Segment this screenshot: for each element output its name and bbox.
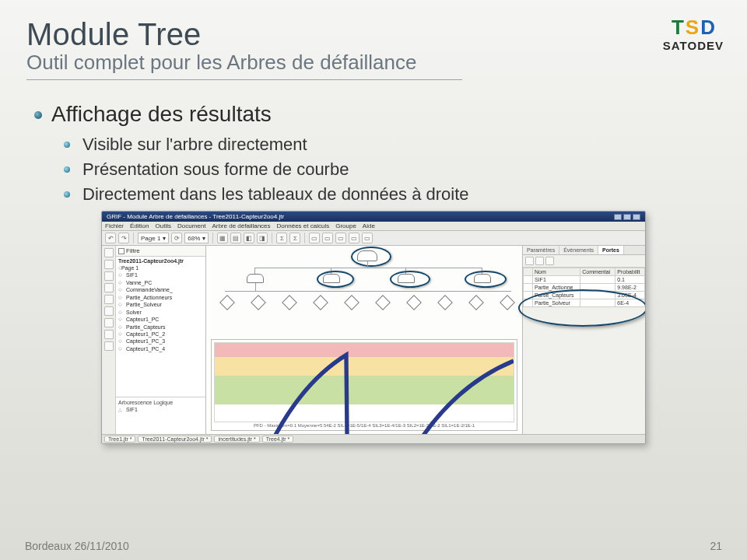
highlight-ellipse [317,271,354,288]
tool-icon[interactable]: ▭ [309,233,320,243]
shape-icon[interactable] [104,283,114,292]
col-prob[interactable]: Probabilit [615,268,645,276]
bullet-sub: Visible sur l'arbre directement [82,135,713,155]
tree-file[interactable]: Tree2011-Capteur2oo4.jtr [118,258,203,264]
tool-icon[interactable]: ▭ [362,233,373,243]
highlight-ellipse [390,271,430,288]
doc-tab[interactable]: Tree4.jtr * [262,436,293,443]
menu-item[interactable]: Données et calculs [277,222,330,229]
bullet-main: Affichage des résultats [51,102,713,127]
doc-tab[interactable]: Tree2011-Capteur2oo4.jtr * [138,436,212,443]
delete-icon[interactable] [535,257,544,265]
tool-icon[interactable]: ▭ [335,233,346,243]
tool-icon[interactable]: ▦ [217,233,228,243]
undo-icon[interactable]: ↶ [105,233,116,243]
menu-item[interactable]: Arbre de défaillances [212,222,270,229]
import-icon[interactable] [545,257,554,265]
close-icon[interactable] [633,214,640,220]
tree-node[interactable]: Solver [118,309,203,316]
sigma-icon[interactable]: Σ [289,233,300,243]
filter-row: Filtre [116,246,205,257]
canvas[interactable]: PFD - Maximum=0.1 Moyenne=5.54E-2 SIL4=1… [206,246,522,434]
tool-icon[interactable]: ▭ [322,233,333,243]
tree-node[interactable]: Partie_Solveur [118,301,203,308]
right-tabs: Paramètres Événements Portes [523,246,645,255]
bullet-sub: Directement dans les tableaux de données… [82,184,713,205]
sigma-icon[interactable]: Σ [276,233,287,243]
tab-portes[interactable]: Portes [598,246,624,254]
tab-evenements[interactable]: Événements [559,246,598,254]
col-comment[interactable]: Commentai [580,268,615,276]
slide-footer: Bordeaux 26/11/2010 21 [0,540,747,552]
tool-strip [102,246,116,434]
menu-item[interactable]: Édition [130,222,149,229]
shape-icon[interactable] [104,318,114,327]
tree-node[interactable]: Vanne_PC [118,279,203,286]
menu-item[interactable]: Fichier [105,222,124,229]
maximize-icon[interactable] [623,214,631,220]
menu-item[interactable]: Outils [155,222,170,229]
logo-letter-d: D [700,17,715,37]
menu-item[interactable]: Document [177,222,205,229]
cursor-icon[interactable] [104,248,114,257]
tree-node[interactable]: SIF1 [118,271,203,278]
logic-title: Arborescence Logique [118,400,203,405]
logo-letter-t: T [672,17,684,37]
redo-icon[interactable]: ↷ [118,233,129,243]
filter-checkbox[interactable] [118,248,124,254]
add-icon[interactable] [525,257,534,265]
header-rule [26,79,462,80]
tree-node[interactable]: Partie_Actionneurs [118,294,203,301]
filter-label: Filtre [126,247,140,254]
slide-title: Module Tree [26,17,721,52]
doc-tab[interactable]: incertitudes.jtr * [214,436,259,443]
menubar: Fichier Édition Outils Document Arbre de… [102,222,645,231]
shape-icon[interactable] [104,271,114,281]
window-titlebar: GRIF - Module Arbre de défaillances - Tr… [102,212,645,222]
logo-subtext: SATODEV [663,39,724,52]
shape-icon[interactable] [104,295,114,304]
tool-icon[interactable]: ▭ [349,233,359,243]
tree-page[interactable]: Page 1 [118,264,203,271]
shape-icon[interactable] [104,330,114,339]
window-controls [614,214,640,220]
highlight-ellipse [351,247,391,267]
menu-item[interactable]: Groupe [335,222,356,229]
tree-node[interactable]: Partie_Capteurs [118,324,203,331]
document-tabs: Tree1.jtr * Tree2011-Capteur2oo4.jtr * i… [102,434,645,443]
zoom-select[interactable]: 68%▾ [184,233,209,243]
toolbar: ↶ ↷ Page 1▾ ⟳ 68%▾ ▦ ▤ ◧ ◨ Σ Σ ▭ ▭ ▭ ▭ ▭ [102,231,645,246]
menu-item[interactable]: Aide [363,222,375,229]
footer-left: Bordeaux 26/11/2010 [25,540,129,552]
refresh-icon[interactable]: ⟳ [171,233,182,243]
minimize-icon[interactable] [614,214,622,220]
chart: PFD - Maximum=0.1 Moyenne=5.54E-2 SIL4=1… [211,339,517,431]
bullet-sub: Présentation sous forme de courbe [82,159,713,180]
tree-area[interactable]: Tree2011-Capteur2oo4.jtr Page 1 SIF1 Van… [116,257,205,397]
shape-icon[interactable] [104,260,114,269]
table-row: SIF1 0.1 [524,276,645,284]
shape-icon[interactable] [104,306,114,316]
page-select[interactable]: Page 1▾ [138,233,169,243]
chart-plot [214,342,514,422]
tree-node[interactable]: Capteur1_PC [118,316,203,323]
logic-root[interactable]: SIF1 [118,407,203,412]
col-nom[interactable]: Nom [533,268,580,276]
tree-node[interactable]: Capteur1_PC_3 [118,338,203,345]
slide-content: Affichage des résultats Visible sur l'ar… [0,85,747,444]
tool-icon[interactable]: ◨ [257,233,268,243]
logo: T S D SATODEV [663,17,724,52]
doc-tab[interactable]: Tree1.jtr * [104,436,135,443]
right-panel: Paramètres Événements Portes Nom [522,246,645,434]
tree-node[interactable]: CommandeVanne_ [118,286,203,293]
logic-pane: Arborescence Logique SIF1 [116,397,205,434]
tree-node[interactable]: Capteur1_PC_4 [118,345,203,352]
tab-parametres[interactable]: Paramètres [523,246,559,254]
tool-icon[interactable]: ▤ [230,233,241,243]
tool-icon[interactable]: ◧ [244,233,254,243]
right-toolbar [523,255,645,268]
logo-letter-s: S [686,17,699,37]
slide-header: Module Tree Outil complet pour les Arbre… [0,0,747,85]
tree-node[interactable]: Capteur1_PC_2 [118,331,203,338]
shape-icon[interactable] [104,341,114,351]
